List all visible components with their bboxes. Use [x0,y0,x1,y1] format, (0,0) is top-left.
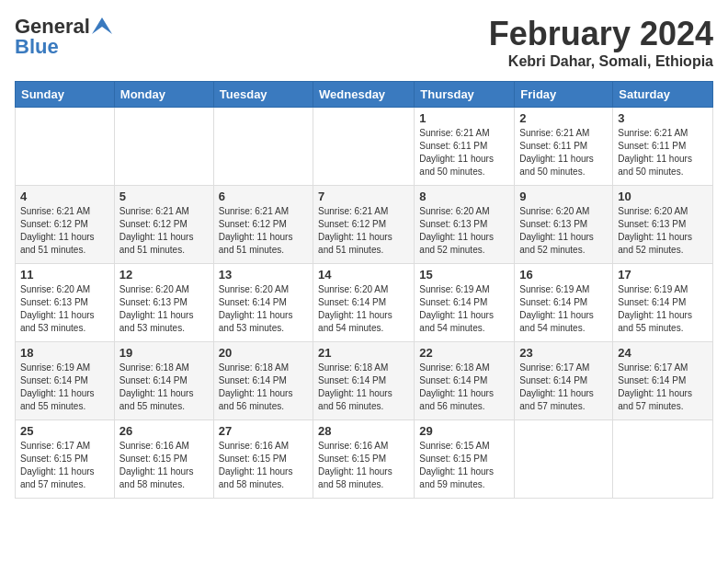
day-info: Sunrise: 6:20 AM Sunset: 6:13 PM Dayligh… [119,283,209,335]
day-number: 6 [219,190,308,203]
day-number: 18 [20,346,109,360]
calendar-week-row: 1Sunrise: 6:21 AM Sunset: 6:11 PM Daylig… [16,108,713,186]
calendar-day-cell: 14Sunrise: 6:20 AM Sunset: 6:14 PM Dayli… [313,264,415,342]
day-info: Sunrise: 6:21 AM Sunset: 6:11 PM Dayligh… [519,127,608,178]
calendar-day-cell: 12Sunrise: 6:20 AM Sunset: 6:13 PM Dayli… [114,264,213,342]
calendar-day-cell [313,108,415,186]
day-number: 27 [219,424,308,438]
day-number: 21 [318,346,409,360]
day-info: Sunrise: 6:18 AM Sunset: 6:14 PM Dayligh… [419,362,509,413]
day-info: Sunrise: 6:16 AM Sunset: 6:15 PM Dayligh… [119,440,209,491]
day-number: 16 [519,268,608,282]
calendar-day-cell: 28Sunrise: 6:16 AM Sunset: 6:15 PM Dayli… [313,420,415,499]
day-number: 5 [119,190,209,203]
day-number: 2 [519,111,608,125]
day-number: 24 [618,346,708,360]
location-title: Kebri Dahar, Somali, Ethiopia [489,53,713,70]
calendar-week-row: 18Sunrise: 6:19 AM Sunset: 6:14 PM Dayli… [16,342,713,420]
day-info: Sunrise: 6:20 AM Sunset: 6:13 PM Dayligh… [519,205,608,257]
day-info: Sunrise: 6:18 AM Sunset: 6:14 PM Dayligh… [318,362,409,413]
calendar-day-cell: 3Sunrise: 6:21 AM Sunset: 6:11 PM Daylig… [613,108,713,186]
calendar-day-cell: 4Sunrise: 6:21 AM Sunset: 6:12 PM Daylig… [16,186,115,264]
calendar-day-cell: 6Sunrise: 6:21 AM Sunset: 6:12 PM Daylig… [213,186,313,264]
day-number: 12 [119,268,209,282]
logo: General Blue [15,15,112,59]
weekday-header: Saturday [613,82,713,108]
day-info: Sunrise: 6:20 AM Sunset: 6:14 PM Dayligh… [318,283,409,335]
day-number: 7 [318,190,409,203]
day-info: Sunrise: 6:21 AM Sunset: 6:12 PM Dayligh… [219,205,308,257]
calendar-day-cell [16,108,115,186]
calendar-day-cell [613,420,713,499]
day-info: Sunrise: 6:20 AM Sunset: 6:13 PM Dayligh… [419,205,509,257]
day-number: 28 [318,424,409,438]
calendar-day-cell [213,108,313,186]
calendar-day-cell: 1Sunrise: 6:21 AM Sunset: 6:11 PM Daylig… [415,108,515,186]
day-number: 14 [318,268,409,282]
day-info: Sunrise: 6:20 AM Sunset: 6:13 PM Dayligh… [618,205,708,257]
day-number: 25 [20,424,109,438]
day-info: Sunrise: 6:16 AM Sunset: 6:15 PM Dayligh… [219,440,308,491]
calendar-day-cell: 21Sunrise: 6:18 AM Sunset: 6:14 PM Dayli… [313,342,415,420]
day-info: Sunrise: 6:19 AM Sunset: 6:14 PM Dayligh… [519,283,608,335]
day-info: Sunrise: 6:19 AM Sunset: 6:14 PM Dayligh… [419,283,509,335]
day-number: 29 [419,424,509,438]
calendar-day-cell: 24Sunrise: 6:17 AM Sunset: 6:14 PM Dayli… [613,342,713,420]
title-area: February 2024 Kebri Dahar, Somali, Ethio… [489,15,713,70]
day-number: 10 [618,190,708,203]
calendar-day-cell: 13Sunrise: 6:20 AM Sunset: 6:14 PM Dayli… [213,264,313,342]
weekday-header: Wednesday [313,82,415,108]
day-number: 23 [519,346,608,360]
calendar-day-cell: 19Sunrise: 6:18 AM Sunset: 6:14 PM Dayli… [114,342,213,420]
logo-blue-text: Blue [15,35,59,59]
day-number: 13 [219,268,308,282]
weekday-header: Sunday [16,82,115,108]
day-number: 8 [419,190,509,203]
calendar-day-cell: 2Sunrise: 6:21 AM Sunset: 6:11 PM Daylig… [515,108,613,186]
day-info: Sunrise: 6:15 AM Sunset: 6:15 PM Dayligh… [419,440,509,491]
calendar-table: SundayMondayTuesdayWednesdayThursdayFrid… [15,81,713,499]
day-info: Sunrise: 6:21 AM Sunset: 6:11 PM Dayligh… [419,127,509,178]
calendar-day-cell: 17Sunrise: 6:19 AM Sunset: 6:14 PM Dayli… [613,264,713,342]
calendar-day-cell: 9Sunrise: 6:20 AM Sunset: 6:13 PM Daylig… [515,186,613,264]
calendar-day-cell: 10Sunrise: 6:20 AM Sunset: 6:13 PM Dayli… [613,186,713,264]
svg-marker-0 [92,17,112,34]
calendar-day-cell: 15Sunrise: 6:19 AM Sunset: 6:14 PM Dayli… [415,264,515,342]
calendar-week-row: 4Sunrise: 6:21 AM Sunset: 6:12 PM Daylig… [16,186,713,264]
day-number: 17 [618,268,708,282]
weekday-header: Monday [114,82,213,108]
day-number: 26 [119,424,209,438]
day-number: 1 [419,111,509,125]
day-number: 11 [20,268,109,282]
weekday-header: Tuesday [213,82,313,108]
day-info: Sunrise: 6:21 AM Sunset: 6:12 PM Dayligh… [119,205,209,257]
calendar-day-cell: 18Sunrise: 6:19 AM Sunset: 6:14 PM Dayli… [16,342,115,420]
day-info: Sunrise: 6:17 AM Sunset: 6:15 PM Dayligh… [20,440,109,491]
calendar-header-row: SundayMondayTuesdayWednesdayThursdayFrid… [16,82,713,108]
calendar-day-cell: 25Sunrise: 6:17 AM Sunset: 6:15 PM Dayli… [16,420,115,499]
calendar-day-cell: 20Sunrise: 6:18 AM Sunset: 6:14 PM Dayli… [213,342,313,420]
day-number: 20 [219,346,308,360]
day-info: Sunrise: 6:19 AM Sunset: 6:14 PM Dayligh… [618,283,708,335]
day-number: 9 [519,190,608,203]
calendar-day-cell: 8Sunrise: 6:20 AM Sunset: 6:13 PM Daylig… [415,186,515,264]
calendar-day-cell: 23Sunrise: 6:17 AM Sunset: 6:14 PM Dayli… [515,342,613,420]
calendar-week-row: 25Sunrise: 6:17 AM Sunset: 6:15 PM Dayli… [16,420,713,499]
day-number: 3 [618,111,708,125]
weekday-header: Friday [515,82,613,108]
day-info: Sunrise: 6:20 AM Sunset: 6:13 PM Dayligh… [20,283,109,335]
day-info: Sunrise: 6:16 AM Sunset: 6:15 PM Dayligh… [318,440,409,491]
calendar-day-cell: 22Sunrise: 6:18 AM Sunset: 6:14 PM Dayli… [415,342,515,420]
day-info: Sunrise: 6:19 AM Sunset: 6:14 PM Dayligh… [20,362,109,413]
calendar-day-cell [515,420,613,499]
calendar-day-cell: 27Sunrise: 6:16 AM Sunset: 6:15 PM Dayli… [213,420,313,499]
day-number: 15 [419,268,509,282]
weekday-header: Thursday [415,82,515,108]
day-info: Sunrise: 6:18 AM Sunset: 6:14 PM Dayligh… [119,362,209,413]
calendar-day-cell: 7Sunrise: 6:21 AM Sunset: 6:12 PM Daylig… [313,186,415,264]
day-number: 19 [119,346,209,360]
calendar-day-cell: 16Sunrise: 6:19 AM Sunset: 6:14 PM Dayli… [515,264,613,342]
logo-bird-icon [92,17,112,34]
calendar-day-cell: 29Sunrise: 6:15 AM Sunset: 6:15 PM Dayli… [415,420,515,499]
day-info: Sunrise: 6:17 AM Sunset: 6:14 PM Dayligh… [519,362,608,413]
